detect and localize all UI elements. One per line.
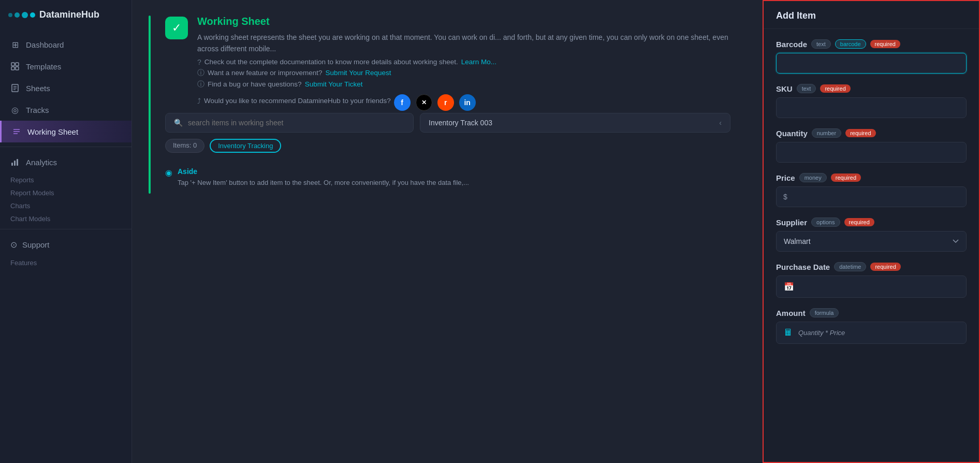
field-group-price: Price money required $ — [776, 173, 967, 207]
sidebar-item-sheets[interactable]: Sheets — [0, 77, 131, 99]
price-badge-money: money — [799, 173, 827, 182]
linkedin-icon[interactable]: in — [459, 94, 476, 111]
sidebar-navigation: ⊞ Dashboard Templates — [0, 30, 131, 463]
logo-dot-4 — [30, 12, 35, 18]
green-bar — [149, 16, 151, 194]
main-content: ✓ Working Sheet A working sheet represen… — [132, 0, 763, 463]
svg-rect-3 — [16, 67, 19, 70]
quantity-input[interactable] — [776, 142, 967, 163]
sidebar: DatamineHub ⊞ Dashboard Templates — [0, 0, 132, 463]
field-group-supplier: Supplier options required Walmart Amazon… — [776, 218, 967, 252]
sku-badge-required: required — [820, 84, 850, 93]
learn-more-link[interactable]: Learn Mo... — [461, 58, 496, 66]
purchase-date-input[interactable]: 📅 — [776, 276, 967, 298]
add-item-panel: Add Item Barcode text barcode required S… — [763, 0, 980, 463]
info-text-2: Want a new feature or improvement? — [208, 69, 323, 77]
tracks-icon: ◎ — [10, 105, 20, 114]
sidebar-item-label: Dashboard — [26, 40, 64, 49]
track-name: Inventory Track 003 — [429, 119, 492, 127]
add-item-title: Add Item — [776, 10, 816, 21]
info-row-docs: ? Check out the complete documentation t… — [197, 58, 746, 66]
supplier-label: Supplier — [776, 218, 807, 227]
sidebar-item-support[interactable]: ⊙ Support — [0, 234, 131, 256]
reddit-icon[interactable]: r — [437, 94, 454, 111]
support-icon: ⊙ — [10, 240, 17, 250]
field-group-barcode: Barcode text barcode required — [776, 39, 967, 74]
formula-text: Quantity * Price — [798, 329, 845, 337]
price-input-wrapper: $ — [776, 186, 967, 207]
sidebar-item-analytics[interactable]: Analytics — [0, 151, 131, 173]
info-row-share: ⤴ Would you like to recommend DatamineHu… — [197, 91, 746, 111]
search-box[interactable]: 🔍 — [165, 113, 414, 133]
sidebar-item-label: Templates — [26, 62, 61, 71]
search-icon: 🔍 — [174, 119, 183, 127]
price-input[interactable] — [776, 186, 967, 207]
supplier-select[interactable]: Walmart Amazon Target Costco — [776, 231, 967, 252]
svg-rect-1 — [16, 63, 19, 66]
sidebar-item-features[interactable]: Features — [0, 257, 131, 269]
support-label: Support — [22, 240, 50, 249]
app-logo[interactable]: DatamineHub — [0, 0, 131, 30]
sidebar-item-report-models[interactable]: Report Models — [0, 187, 131, 199]
logo-dot-3 — [22, 12, 28, 18]
sidebar-item-tracks[interactable]: ◎ Tracks — [0, 99, 131, 121]
field-group-amount: Amount formula 🖩 Quantity * Price — [776, 308, 967, 344]
report-models-label: Report Models — [10, 189, 54, 197]
dashboard-icon: ⊞ — [10, 40, 20, 49]
sidebar-item-templates[interactable]: Templates — [0, 55, 131, 77]
field-group-sku: SKU text required — [776, 84, 967, 118]
sidebar-item-working-sheet[interactable]: Working Sheet — [0, 121, 131, 142]
track-selector[interactable]: Inventory Track 003 ‹ — [420, 113, 730, 133]
chart-models-label: Chart Models — [10, 215, 50, 223]
quantity-label: Quantity — [776, 129, 808, 138]
search-track-row: 🔍 Inventory Track 003 ‹ — [165, 113, 746, 133]
info-circle-icon-1: ? — [197, 58, 201, 66]
aside-text: Tap '+ New Item' button to add item to t… — [178, 178, 469, 188]
svg-rect-11 — [11, 163, 13, 166]
social-icons-row: f ✕ r in — [394, 94, 476, 111]
working-sheet-title: Working Sheet — [197, 16, 746, 27]
x-icon[interactable]: ✕ — [416, 94, 432, 111]
field-group-quantity: Quantity number required — [776, 128, 967, 163]
formula-icon: 🖩 — [784, 327, 793, 338]
info-row-feature: ⓘ Want a new feature or improvement? Sub… — [197, 68, 746, 78]
svg-rect-12 — [14, 161, 16, 166]
barcode-input[interactable] — [776, 53, 967, 74]
tag-items[interactable]: Items: 0 — [165, 139, 204, 153]
sku-label-row: SKU text required — [776, 84, 967, 93]
working-sheet-section: ✓ Working Sheet A working sheet represen… — [149, 16, 746, 194]
sheets-icon — [10, 83, 20, 93]
add-item-panel-header: Add Item — [764, 1, 979, 29]
reports-label: Reports — [10, 176, 34, 184]
quantity-badge-number: number — [812, 128, 841, 138]
aside-section: ◉ Aside Tap '+ New Item' button to add i… — [165, 161, 746, 194]
barcode-badge-required: required — [870, 40, 900, 48]
sku-badge-text: text — [797, 84, 816, 93]
app-name: DatamineHub — [39, 9, 99, 20]
barcode-badge-text: text — [811, 39, 831, 49]
analytics-icon — [10, 157, 20, 167]
features-label: Features — [10, 259, 37, 267]
submit-ticket-link[interactable]: Submit Your Ticket — [305, 80, 363, 88]
logo-dot-1 — [8, 13, 12, 17]
price-label: Price — [776, 173, 795, 182]
svg-rect-0 — [11, 63, 14, 66]
sidebar-item-charts[interactable]: Charts — [0, 200, 131, 212]
facebook-icon[interactable]: f — [394, 94, 411, 111]
tag-inventory-tracking[interactable]: Inventory Tracking — [210, 139, 281, 153]
logo-icon — [8, 12, 35, 18]
sidebar-item-dashboard[interactable]: ⊞ Dashboard — [0, 34, 131, 55]
sidebar-item-reports[interactable]: Reports — [0, 174, 131, 186]
content-area: ✓ Working Sheet A working sheet represen… — [132, 0, 763, 463]
barcode-badge-barcode: barcode — [835, 39, 866, 49]
sidebar-item-chart-models[interactable]: Chart Models — [0, 213, 131, 225]
check-icon: ✓ — [165, 17, 188, 39]
purchase-date-label-row: Purchase Date datetime required — [776, 262, 967, 271]
working-sheet-icon — [12, 127, 21, 136]
submit-request-link[interactable]: Submit Your Request — [326, 69, 391, 77]
sidebar-divider-2 — [0, 229, 131, 229]
share-icon: ⤴ — [197, 97, 201, 105]
search-input[interactable] — [188, 119, 405, 127]
sku-input[interactable] — [776, 97, 967, 118]
price-badge-required: required — [831, 173, 861, 182]
